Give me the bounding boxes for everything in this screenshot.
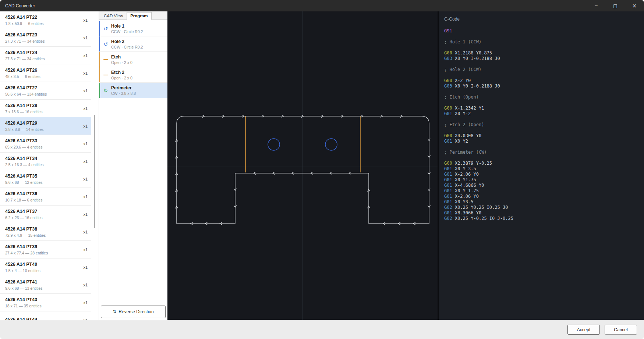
etch-dash-shape [103, 59, 108, 60]
part-list-item[interactable]: 4526 A14 PT2756.6 x 64 — 134 entitiesx1 [0, 82, 91, 100]
operation-title: Hole 2 [111, 39, 143, 44]
window-controls: ─ □ × [587, 0, 644, 11]
operation-color-strip [99, 52, 100, 67]
gcode-line [444, 89, 640, 94]
part-info: 4526 A14 PT287 x 13.6 — 16 entities [5, 103, 80, 114]
part-quantity: x1 [83, 177, 88, 181]
sidebar-scrollbar-track[interactable] [91, 11, 99, 320]
part-list-item[interactable]: 4526 A14 PT359.6 x 68 — 12 entitiesx1 [0, 170, 91, 188]
maximize-button[interactable]: □ [606, 0, 625, 11]
part-info: 4526 A14 PT2327.3 x 71 — 34 entities [5, 32, 80, 43]
parts-sidebar: 4526 A14 PT221.8 x 50.9 — 6 entitiesx145… [0, 11, 91, 320]
operation-meta: CW · 3.8 x 8.8 [111, 91, 136, 96]
app-window: CAD Converter ─ □ × 4526 A14 PT221.8 x 5… [0, 0, 644, 339]
part-info: 4526 A14 PT359.6 x 68 — 12 entities [5, 173, 80, 184]
gcode-title: G-Code [444, 17, 640, 22]
part-quantity: x1 [83, 159, 88, 164]
gcode-line [444, 117, 640, 122]
operation-item[interactable]: EtchOpen · 2 x 0 [99, 52, 167, 67]
part-meta: 72.9 x 4.9 — 15 entities [5, 233, 80, 238]
part-info: 4526 A14 PT293.8 x 8.8 — 14 entities [5, 120, 80, 131]
part-meta: 27.3 x 71 — 34 entities [5, 57, 80, 61]
part-quantity: x1 [83, 195, 88, 199]
cw-arrow-icon: ↻ [102, 88, 109, 93]
operation-item[interactable]: ↺Hole 2CCW · Circle R0.2 [99, 36, 167, 52]
part-meta: 10.7 x 18 — 6 entities [5, 198, 80, 202]
etch-line-icon [102, 75, 109, 75]
part-name: 4526 A14 PT22 [5, 14, 80, 20]
gcode-line: G00 X1.2188 Y0.875 [444, 50, 640, 56]
gcode-line: G00 X-1.2342 Y1 [444, 106, 640, 111]
part-list-item[interactable]: 4526 A14 PT376.2 x 23 — 16 entitiesx1 [0, 206, 91, 223]
gcode-line: ; Hole 2 (CCW) [444, 67, 640, 72]
gcode-line [444, 144, 640, 150]
tab-program[interactable]: Program [127, 12, 151, 20]
gcode-line: G01 X0 Y-3.5 [444, 166, 640, 172]
part-name: 4526 A14 PT26 [5, 67, 80, 73]
operation-color-strip [99, 67, 100, 82]
part-list-item[interactable]: 4526 A14 PT401.5 x 4 — 10 entitiesx1 [0, 258, 91, 276]
part-name: 4526 A14 PT43 [5, 297, 80, 303]
part-name: 4526 A14 PT35 [5, 173, 80, 179]
part-list-item[interactable]: 4526 A14 PT342.5 x 16.3 — 4 entitiesx1 [0, 153, 91, 170]
part-list-item[interactable]: 4526 A14 PT2648 x 3.5 — 6 entitiesx1 [0, 64, 91, 82]
tab-bar: CAD ViewProgram [99, 11, 167, 20]
part-meta: 27.4 x 77.4 — 28 entities [5, 251, 80, 255]
operation-item[interactable]: ↻PerimeterCW · 3.8 x 8.8 [99, 83, 167, 98]
minimize-button[interactable]: ─ [587, 0, 606, 11]
sidebar-scrollbar-thumb[interactable] [94, 115, 95, 228]
gcode-line: G01 X0 Y-2 [444, 111, 640, 117]
operation-info: Hole 1CCW · Circle R0.2 [111, 24, 143, 34]
operation-item[interactable]: Etch 2Open · 2 x 0 [99, 67, 167, 83]
part-list-item[interactable]: 4526 A14 PT3927.4 x 77.4 — 28 entitiesx1 [0, 241, 91, 258]
part-list-item[interactable]: 4526 A14 PT419.6 x 68 — 13 entitiesx1 [0, 276, 91, 294]
part-quantity: x1 [83, 142, 88, 146]
operation-info: Hole 2CCW · Circle R0.2 [111, 39, 143, 49]
part-list-item[interactable]: 4526 A14 PT44x1 [0, 311, 91, 320]
operation-title: Etch [111, 54, 132, 60]
operation-item[interactable]: ↺Hole 1CCW · Circle R0.2 [99, 21, 167, 36]
gcode-line: G02 X0.25 Y-0.25 I0 J-0.25 [444, 216, 640, 221]
operation-color-strip [99, 21, 100, 36]
cancel-button[interactable]: Cancel [605, 325, 637, 335]
part-info: 4526 A14 PT3927.4 x 77.4 — 28 entities [5, 244, 80, 255]
operation-meta: Open · 2 x 0 [111, 60, 132, 65]
part-list-item[interactable]: 4526 A14 PT3365 x 20.6 — 4 entitiesx1 [0, 135, 91, 153]
operation-info: Etch 2Open · 2 x 0 [111, 70, 132, 80]
part-list-item[interactable]: 4526 A14 PT287 x 13.6 — 16 entitiesx1 [0, 100, 91, 117]
part-list-item[interactable]: 4526 A14 PT293.8 x 8.8 — 14 entitiesx1 [0, 117, 91, 135]
part-name: 4526 A14 PT38 [5, 226, 80, 232]
cad-canvas[interactable] [167, 11, 439, 320]
part-info: 4526 A14 PT342.5 x 16.3 — 4 entities [5, 156, 80, 167]
part-name: 4526 A14 PT27 [5, 85, 80, 91]
titlebar[interactable]: CAD Converter ─ □ × [0, 0, 644, 11]
operation-color-strip [99, 83, 100, 98]
cad-drawing [167, 11, 438, 320]
part-list-item[interactable]: 4526 A14 PT4318 x 71 — 35 entitiesx1 [0, 294, 91, 311]
gcode-line: G01 X0 Y-1.75 [444, 188, 640, 194]
part-quantity: x1 [83, 212, 88, 217]
part-meta: 48 x 3.5 — 6 entities [5, 74, 80, 79]
part-meta: 2.5 x 16.3 — 4 entities [5, 163, 80, 167]
reverse-direction-button[interactable]: ⇅ Reverse Direction [101, 306, 166, 318]
part-list-item[interactable]: 4526 A14 PT2427.3 x 71 — 34 entitiesx1 [0, 47, 91, 64]
part-list-item[interactable]: 4526 A14 PT221.8 x 50.9 — 6 entitiesx1 [0, 11, 91, 29]
part-quantity: x1 [83, 18, 88, 22]
part-list-item[interactable]: 4526 A14 PT3872.9 x 4.9 — 15 entitiesx1 [0, 223, 91, 241]
part-list-item[interactable]: 4526 A14 PT2327.3 x 71 — 34 entitiesx1 [0, 29, 91, 47]
part-quantity: x1 [83, 300, 88, 305]
gcode-line: G01 X8.3066 Y0 [444, 210, 640, 216]
accept-button[interactable]: Accept [567, 325, 600, 335]
operation-color-strip [99, 36, 100, 51]
reverse-direction-icon: ⇅ [113, 309, 116, 314]
gcode-line [444, 128, 640, 133]
part-name: 4526 A14 PT29 [5, 120, 80, 126]
part-quantity: x1 [83, 106, 88, 111]
part-meta: 9.6 x 68 — 13 entities [5, 286, 80, 290]
part-list-item[interactable]: 4526 A14 PT3610.7 x 18 — 6 entitiesx1 [0, 188, 91, 206]
gcode-line: G01 X0 Y1.75 [444, 177, 640, 183]
ccw-arrow-icon: ↺ [102, 41, 109, 47]
close-button[interactable]: × [625, 0, 644, 11]
part-info: 4526 A14 PT376.2 x 23 — 16 entities [5, 208, 80, 220]
tab-cad-view[interactable]: CAD View [100, 12, 127, 19]
